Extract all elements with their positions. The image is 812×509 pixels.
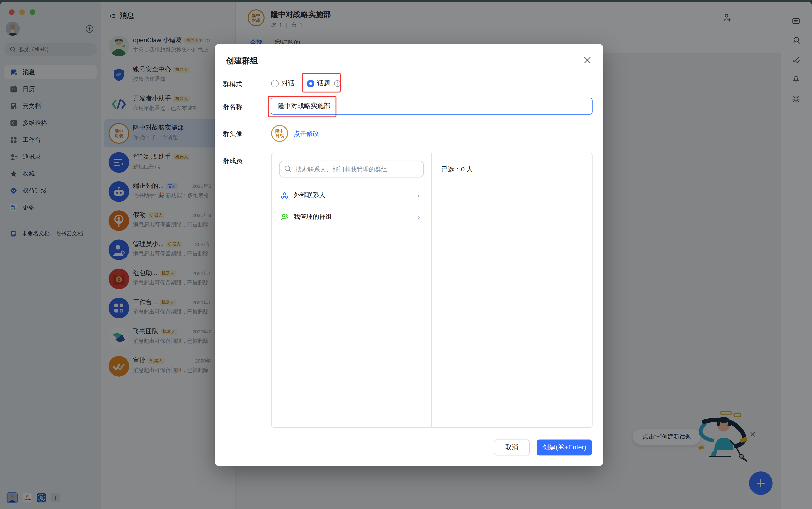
create-button[interactable]: 创建(⌘+Enter) [537,440,592,455]
my-groups-icon [280,212,289,222]
modal-title: 创建群组 [226,56,258,66]
panel-divider [431,153,432,427]
change-avatar-link[interactable]: 点击修改 [294,130,319,138]
my-groups-label: 我管理的群组 [294,213,332,221]
close-icon[interactable] [583,56,592,65]
radio-topic[interactable] [307,80,314,87]
group-mode-label: 群模式 [223,80,242,89]
app-stage: 搜索 (⌘+K) 消息 15 日历 云文档 [0,0,812,509]
my-groups-item[interactable]: 我管理的群组 › [275,208,428,226]
create-group-modal: 创建群组 群模式 对话 话题 ? 群名称 群头像 隆中对战 点击修改 群成员 [215,44,604,466]
selected-count: 已选：0 人 [441,165,473,174]
chevron-right-icon: › [417,191,420,200]
group-members-label: 群成员 [223,157,242,165]
external-contacts-label: 外部联系人 [294,191,325,200]
group-avatar-label: 群头像 [223,130,242,138]
group-name-input[interactable] [271,98,592,114]
search-icon [284,165,291,172]
group-mode-options: 对话 话题 ? [271,78,341,89]
group-name-label: 群名称 [223,103,242,111]
members-picker-panel: 外部联系人 › 我管理的群组 › 已选：0 人 [271,152,592,428]
external-contacts-item[interactable]: 外部联系人 › [275,186,428,205]
cancel-button[interactable]: 取消 [494,440,529,455]
radio-topic-label[interactable]: 话题 [317,79,330,88]
member-search-input[interactable] [279,161,424,177]
radio-conversation-label[interactable]: 对话 [282,79,295,88]
chevron-right-icon: › [417,212,420,222]
help-icon[interactable]: ? [334,80,341,87]
group-avatar-preview[interactable]: 隆中对战 [271,125,288,142]
external-contacts-icon [280,191,289,200]
radio-conversation[interactable] [271,80,279,87]
